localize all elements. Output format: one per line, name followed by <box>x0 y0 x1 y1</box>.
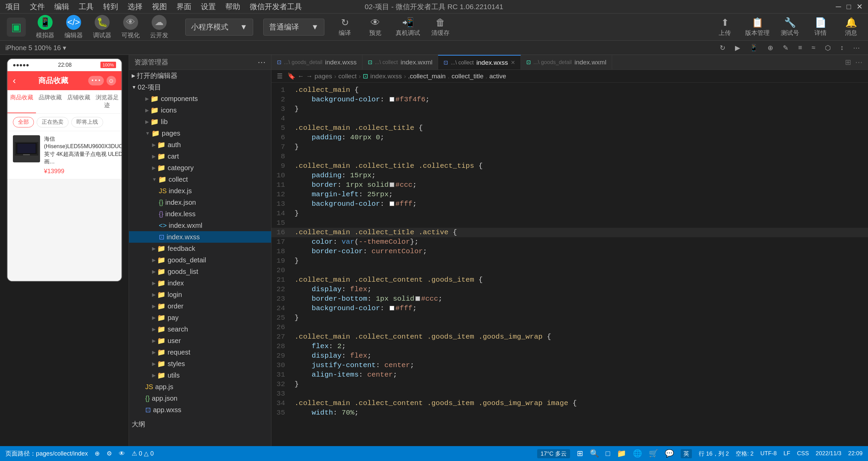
tree-item-cart[interactable]: ▶📁cart <box>129 151 271 162</box>
tree-item-index.json[interactable]: {}index.json <box>129 197 271 208</box>
tree-item-icons[interactable]: ▶📁icons <box>129 104 271 116</box>
tree-item-index.less[interactable]: {}index.less <box>129 208 271 220</box>
status-preview-icon[interactable]: 👁 <box>119 450 125 457</box>
menu-item-project[interactable]: 项目 <box>5 2 20 12</box>
tab3-close[interactable]: ✕ <box>511 59 515 66</box>
taskbar-files[interactable]: 📁 <box>617 449 626 458</box>
version-button[interactable]: 📋 版本管理 <box>745 17 770 37</box>
code-editor[interactable]: 1.collect_main {2 background-color: #f3f… <box>271 83 868 446</box>
preview-button[interactable]: 👁 预览 <box>365 17 385 37</box>
menu-item-edit[interactable]: 编辑 <box>54 2 69 12</box>
tree-item-index.wxss[interactable]: ⊡index.wxss <box>129 231 271 243</box>
tree-item-lib[interactable]: ▶📁lib <box>129 116 271 127</box>
notify-button[interactable]: 🔔 消息 <box>841 17 861 37</box>
phone-tab-brand[interactable]: 品牌收藏 <box>36 90 64 113</box>
taskbar-start[interactable]: ⊞ <box>577 449 583 458</box>
tree-item-search[interactable]: ▶📁search <box>129 323 271 335</box>
tree-item-utils[interactable]: ▶📁utils <box>129 369 271 381</box>
tree-item-order[interactable]: ▶📁order <box>129 300 271 312</box>
refresh-btn[interactable]: ↻ <box>717 42 728 53</box>
tree-item-goods_detail[interactable]: ▶📁goods_detail <box>129 254 271 266</box>
menu-item-tools[interactable]: 工具 <box>79 2 94 12</box>
status-lang[interactable]: 英 <box>681 449 692 458</box>
tree-item-feedback[interactable]: ▶📁feedback <box>129 243 271 254</box>
breadcrumb-selector[interactable]: .collect_main <box>408 73 446 80</box>
menu-item-wechat-devtools[interactable]: 微信开发者工具 <box>250 2 302 12</box>
tree-item-pay[interactable]: ▶📁pay <box>129 312 271 323</box>
taskbar-store[interactable]: 🛒 <box>649 449 658 458</box>
editor-tab-2[interactable]: ⊡ ...\ collect index.wxml <box>362 55 438 70</box>
menu-item-interface[interactable]: 界面 <box>176 2 191 12</box>
phone-more-button[interactable]: • • • <box>88 76 104 85</box>
breadcrumb-collect[interactable]: collect <box>338 73 357 80</box>
phone-btn[interactable]: 📱 <box>747 42 761 53</box>
tree-item-app.wxss[interactable]: ⊡app.wxss <box>129 404 271 416</box>
phone-back-button[interactable]: ‹ <box>13 75 16 86</box>
status-lang-name[interactable]: CSS <box>797 450 809 457</box>
taskbar-task[interactable]: □ <box>606 449 610 458</box>
expand-btn[interactable]: ↕ <box>837 42 846 53</box>
more-btn[interactable]: ⋯ <box>850 42 863 53</box>
phone-filter-all[interactable]: 全部 <box>13 117 34 127</box>
split-editor-button[interactable]: ⊞ <box>845 58 851 67</box>
breadcrumb-forward[interactable]: → <box>306 73 313 80</box>
editor-tab-4[interactable]: ⊡ ...\ goods_detail index.wxml <box>521 55 612 70</box>
tree-item-index[interactable]: ▶📁index <box>129 277 271 289</box>
visualize-button[interactable]: 👁 可视化 <box>121 15 140 39</box>
tree-item-category[interactable]: ▶📁category <box>129 162 271 174</box>
clean-cache-button[interactable]: 🗑 清缓存 <box>430 17 451 37</box>
breadcrumb-active[interactable]: active <box>489 73 506 80</box>
play-btn[interactable]: ▶ <box>732 42 743 53</box>
breadcrumb-sidebar-icon[interactable]: ☰ <box>277 72 283 80</box>
editor-button[interactable]: </> 编辑器 <box>64 15 83 39</box>
tree-item-index.wxml[interactable]: <>index.wxml <box>129 220 271 231</box>
phone-filter-upcoming[interactable]: 即将上线 <box>71 117 103 127</box>
menu-btn[interactable]: ≡ <box>795 42 805 53</box>
rotate-btn[interactable]: ⊕ <box>765 42 776 53</box>
menu-item-file[interactable]: 文件 <box>30 2 45 12</box>
tree-item-goods_list[interactable]: ▶📁goods_list <box>129 266 271 277</box>
breadcrumb-file[interactable]: index.wxss <box>370 73 402 80</box>
editor-tab-1[interactable]: ⊡ ...\ goods_detail index.wxss <box>271 55 362 70</box>
detail-button[interactable]: 📄 详情 <box>810 17 831 37</box>
hex-btn[interactable]: ⬡ <box>822 42 833 53</box>
breadcrumb-back[interactable]: ← <box>298 73 304 80</box>
status-encoding[interactable]: UTF-8 <box>760 450 777 457</box>
tree-item-login[interactable]: ▶📁login <box>129 289 271 300</box>
cloud-button[interactable]: ☁ 云开发 <box>150 15 168 39</box>
close-button[interactable]: ✕ <box>856 2 863 11</box>
tree-item-app.js[interactable]: JSapp.js <box>129 381 271 393</box>
status-path[interactable]: 页面路径：pages/collect/index <box>5 449 88 458</box>
tree-item-index.js[interactable]: JSindex.js <box>129 185 271 197</box>
breadcrumb-pages[interactable]: pages <box>315 73 332 80</box>
debugger-button[interactable]: 🐛 调试器 <box>93 15 111 39</box>
maximize-button[interactable]: □ <box>847 2 851 11</box>
outline-section[interactable]: 大纲 <box>129 418 271 430</box>
net-btn[interactable]: ≈ <box>809 42 818 53</box>
status-line[interactable]: 行 16，列 2 <box>699 450 729 458</box>
breadcrumb-bookmark-icon[interactable]: 🔖 <box>287 72 296 80</box>
mode-selector[interactable]: 小程序模式 ▼ <box>185 19 253 36</box>
breadcrumb-title[interactable]: collect_title <box>452 73 484 80</box>
status-spaces[interactable]: 空格: 2 <box>736 450 754 458</box>
taskbar-edge[interactable]: 🌐 <box>633 449 642 458</box>
taskbar-wechat[interactable]: 💬 <box>665 449 674 458</box>
phone-tab-goods[interactable]: 商品收藏 <box>7 90 36 113</box>
taskbar-search[interactable]: 🔍 <box>590 449 599 458</box>
project-root[interactable]: ▼ 02-项目 <box>129 81 271 93</box>
menu-item-goto[interactable]: 转到 <box>103 2 118 12</box>
phone-tab-history[interactable]: 浏览器足迹 <box>93 90 121 113</box>
menu-item-view[interactable]: 视图 <box>152 2 167 12</box>
tree-item-app.json[interactable]: {}app.json <box>129 393 271 404</box>
phone-camera-button[interactable]: ⊙ <box>107 76 116 85</box>
compile-button[interactable]: ↻ 编译 <box>335 17 355 37</box>
tree-item-styles[interactable]: ▶📁styles <box>129 358 271 369</box>
phone-tab-store[interactable]: 店铺收藏 <box>64 90 93 113</box>
explorer-more-icon[interactable]: ⋯ <box>258 58 266 67</box>
phone-info[interactable]: iPhone 5 100% 16 ▾ <box>5 44 66 52</box>
editor-tab-3[interactable]: ⊡ ...\ collect index.wxss ✕ <box>438 55 521 70</box>
menu-item-select[interactable]: 选择 <box>128 2 143 12</box>
compile-selector[interactable]: 普通编译 ▼ <box>263 19 324 36</box>
tree-item-collect[interactable]: ▼📁collect <box>129 174 271 185</box>
status-eol[interactable]: LF <box>784 450 790 457</box>
